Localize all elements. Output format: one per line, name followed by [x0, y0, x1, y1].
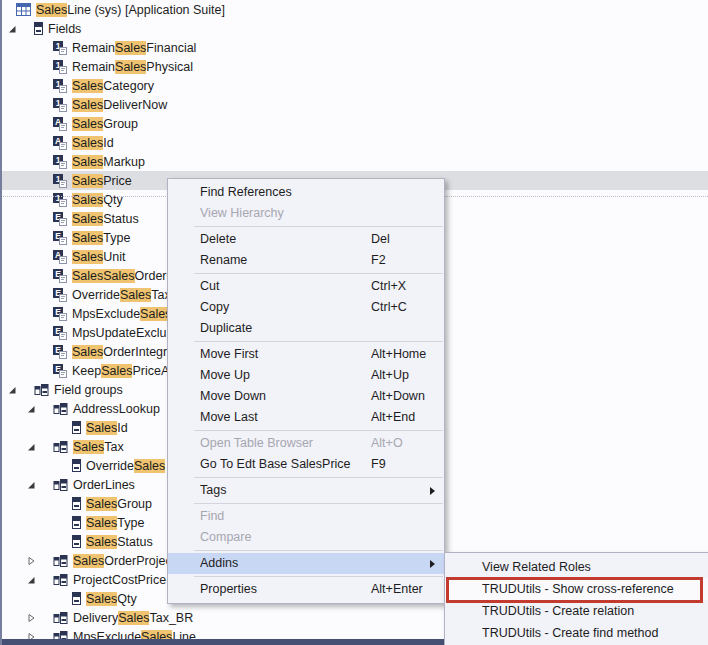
expander-collapsed-icon[interactable] — [26, 556, 36, 566]
menu-item-shortcut: Alt+Up — [371, 365, 409, 386]
menu-item-find[interactable]: Find — [168, 506, 444, 527]
field-paper-icon — [59, 161, 67, 169]
menu-item-view-hierarchy[interactable]: View Hierarchy — [168, 203, 444, 224]
search-highlight: Sales — [72, 136, 103, 150]
tree-row-label: SalesSalesOrderC — [72, 269, 176, 283]
menu-item-delete[interactable]: DeleteDel — [168, 229, 444, 250]
tree-row-salesmarkup[interactable]: 1SalesMarkup — [0, 152, 708, 171]
tree-row-salesline-sys-application-suite[interactable]: SalesLine (sys) [Application Suite] — [0, 0, 708, 19]
menu-separator — [194, 273, 443, 274]
menu-item-duplicate[interactable]: Duplicate — [168, 318, 444, 339]
expander-expanded-icon[interactable] — [26, 480, 36, 490]
tree-row-label: SalesOrderProjec — [73, 554, 172, 568]
submenu-item-view-related-roles[interactable]: View Related Roles — [445, 556, 708, 578]
search-highlight: Sales — [72, 155, 103, 169]
search-highlight: Sales — [72, 269, 103, 283]
search-highlight: Sales — [72, 98, 103, 112]
menu-item-go-to-edt-base-salesprice[interactable]: Go To Edt Base SalesPriceF9 — [168, 454, 444, 475]
field-type-icon: A — [53, 250, 67, 264]
tree-row-label: SalesGroup — [86, 497, 152, 511]
field-type-icon: E — [53, 212, 67, 226]
tree-row-remainsalesfinancial[interactable]: 1RemainSalesFinancial — [0, 38, 708, 57]
menu-item-rename[interactable]: RenameF2 — [168, 250, 444, 271]
field-type-icon: E — [53, 345, 67, 359]
expander-expanded-icon[interactable] — [26, 442, 36, 452]
field-paper-icon — [59, 370, 67, 378]
menu-item-addins[interactable]: Addins — [168, 553, 444, 574]
field-type-icon: 1 — [53, 174, 67, 188]
menu-item-tags[interactable]: Tags — [168, 480, 444, 501]
expander-expanded-icon[interactable] — [7, 24, 17, 34]
context-menu: Find ReferencesView HierarchyDeleteDelRe… — [167, 178, 445, 604]
menu-item-move-up[interactable]: Move UpAlt+Up — [168, 365, 444, 386]
search-highlight: Sales — [86, 516, 117, 530]
field-type-icon: 1 — [53, 155, 67, 169]
field-paper-icon — [59, 237, 67, 245]
tree-row-label: SalesQty — [86, 592, 137, 606]
tree-row-salescategory[interactable]: 1SalesCategory — [0, 76, 708, 95]
submenu-item-trudutils-create-relation[interactable]: TRUDUtils - Create relation — [445, 600, 708, 622]
tree-row-remainsalesphysical[interactable]: 1RemainSalesPhysical — [0, 57, 708, 76]
tree-row-salesgroup[interactable]: ASalesGroup — [0, 114, 708, 133]
menu-item-shortcut: F2 — [371, 250, 386, 271]
menu-item-shortcut: Alt+Enter — [371, 579, 423, 600]
field-type-icon: E — [53, 231, 67, 245]
menu-item-label: Copy — [200, 300, 229, 314]
menu-item-label: Properties — [200, 582, 257, 596]
search-highlight: Sales — [72, 193, 103, 207]
search-highlight: Sales — [72, 174, 103, 188]
field-group-icon — [53, 611, 68, 625]
menu-item-label: Rename — [200, 253, 247, 267]
field-icon — [72, 497, 81, 510]
menu-separator — [194, 341, 443, 342]
menu-item-open-table-browser[interactable]: Open Table BrowserAlt+O — [168, 433, 444, 454]
menu-item-label: Addins — [200, 556, 238, 570]
menu-item-properties[interactable]: PropertiesAlt+Enter — [168, 579, 444, 600]
expander-collapsed-icon[interactable] — [26, 613, 36, 623]
menu-item-label: Move Last — [200, 410, 258, 424]
search-highlight: Sales — [103, 269, 134, 283]
search-highlight: Sales — [72, 79, 103, 93]
menu-item-label: Cut — [200, 279, 219, 293]
menu-item-find-references[interactable]: Find References — [168, 182, 444, 203]
menu-separator — [194, 477, 443, 478]
field-paper-icon — [59, 47, 67, 55]
search-highlight: Sales — [120, 288, 151, 302]
submenu-arrow-icon — [430, 487, 435, 495]
menu-item-shortcut: Alt+Home — [371, 344, 426, 365]
expander-expanded-icon[interactable] — [26, 404, 36, 414]
search-highlight: Sales — [72, 345, 103, 359]
tree-row-label: SalesUnit — [72, 250, 126, 264]
field-type-icon: 1 — [53, 79, 67, 93]
menu-separator — [194, 430, 443, 431]
menu-item-move-last[interactable]: Move LastAlt+End — [168, 407, 444, 428]
search-highlight: Sales — [73, 440, 104, 454]
submenu-item-label: View Related Roles — [482, 560, 591, 574]
menu-item-move-first[interactable]: Move FirstAlt+Home — [168, 344, 444, 365]
menu-item-label: Move Down — [200, 389, 266, 403]
submenu-arrow-icon — [430, 560, 435, 568]
field-type-icon: E — [53, 269, 67, 283]
field-type-icon: E — [53, 288, 67, 302]
tree-row-fields[interactable]: Fields — [0, 19, 708, 38]
tree-row-salesid[interactable]: ASalesId — [0, 133, 708, 152]
search-highlight: Sales — [115, 60, 146, 74]
field-paper-icon — [59, 313, 67, 321]
menu-item-copy[interactable]: CopyCtrl+C — [168, 297, 444, 318]
search-highlight: Sales — [72, 117, 103, 131]
menu-item-cut[interactable]: CutCtrl+X — [168, 276, 444, 297]
expander-expanded-icon[interactable] — [7, 385, 17, 395]
table-icon — [16, 3, 31, 16]
field-group-icon — [53, 478, 68, 492]
search-highlight: Sales — [118, 611, 149, 625]
field-paper-icon — [59, 66, 67, 74]
field-group-icon — [53, 402, 68, 416]
menu-item-compare[interactable]: Compare — [168, 527, 444, 548]
menu-item-move-down[interactable]: Move DownAlt+Down — [168, 386, 444, 407]
tree-row-label: SalesPrice — [72, 174, 132, 188]
submenu-item-trudutils-create-find-method[interactable]: TRUDUtils - Create find method — [445, 622, 708, 644]
tree-row-label: KeepSalesPriceAr — [72, 364, 173, 378]
expander-expanded-icon[interactable] — [26, 575, 36, 585]
tree-row-salesdelivernow[interactable]: 1SalesDeliverNow — [0, 95, 708, 114]
field-paper-icon — [59, 275, 67, 283]
